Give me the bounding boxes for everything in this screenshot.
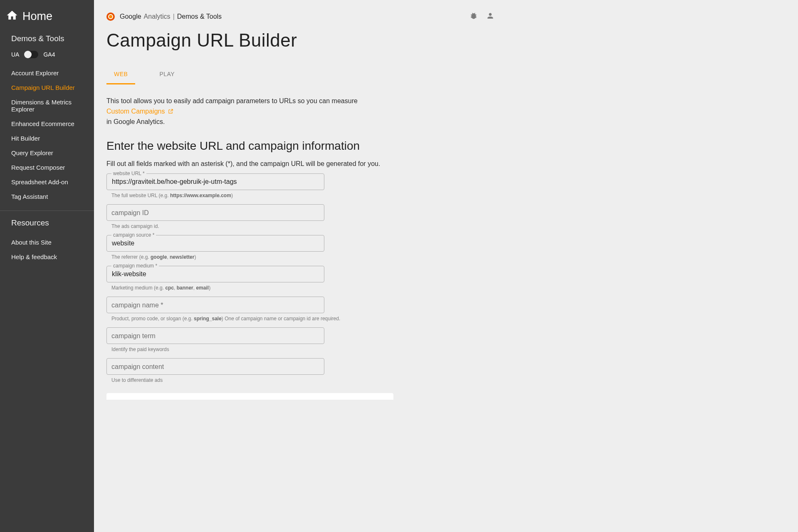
content-container: Campaign URL Builder WEB PLAY This tool … xyxy=(94,30,502,400)
header-icons xyxy=(469,12,786,22)
field-group-campaign-content: campaign content Use to differentiate ad… xyxy=(106,358,489,383)
custom-campaigns-link-label: Custom Campaigns xyxy=(106,106,165,117)
sidebar-item-account-explorer[interactable]: Account Explorer xyxy=(0,66,94,80)
sidebar-item-about-this-site[interactable]: About this Site xyxy=(0,235,94,250)
sidebar-item-campaign-url-builder[interactable]: Campaign URL Builder xyxy=(0,80,94,95)
form-subheading: Enter the website URL and campaign infor… xyxy=(106,139,489,153)
campaign-content-input[interactable] xyxy=(106,358,324,375)
custom-campaigns-link[interactable]: Custom Campaigns xyxy=(106,106,173,117)
campaign-name-hint: Product, promo code, or slogan (e.g. spr… xyxy=(111,316,489,322)
campaign-term-hint: Identify the paid keywords xyxy=(111,346,489,352)
open-in-new-icon xyxy=(168,109,173,114)
sidebar: Home Demos & Tools UA GA4 Account Explor… xyxy=(0,0,94,532)
field-group-campaign-source: campaign source * The referrer (e.g. goo… xyxy=(106,235,489,260)
intro-line-2: in Google Analytics. xyxy=(106,117,489,127)
sidebar-item-hit-builder[interactable]: Hit Builder xyxy=(0,131,94,146)
website-url-label: website URL * xyxy=(111,171,146,176)
sidebar-item-request-composer[interactable]: Request Composer xyxy=(0,160,94,175)
toggle-knob xyxy=(24,51,32,58)
sidebar-item-spreadsheet-addon[interactable]: Spreadsheet Add-on xyxy=(0,175,94,189)
brand-text: Google Analytics | Demos & Tools xyxy=(120,13,222,20)
intro-line-1: This tool allows you to easily add campa… xyxy=(106,96,489,106)
brand-demos: Demos & Tools xyxy=(177,13,222,20)
campaign-medium-label: campaign medium * xyxy=(111,263,159,269)
brand-logo-icon xyxy=(106,12,115,21)
intro-paragraph: This tool allows you to easily add campa… xyxy=(106,96,489,127)
page-title: Campaign URL Builder xyxy=(106,30,489,51)
ua-ga4-toggle-row: UA GA4 xyxy=(0,51,94,66)
sidebar-item-enhanced-ecommerce[interactable]: Enhanced Ecommerce xyxy=(0,116,94,131)
brand-analytics: Analytics xyxy=(144,13,170,20)
home-icon xyxy=(6,9,18,23)
brand-block: Google Analytics | Demos & Tools xyxy=(106,12,469,21)
tab-play[interactable]: PLAY xyxy=(152,68,182,84)
sidebar-item-tag-assistant[interactable]: Tag Assistant xyxy=(0,189,94,204)
sidebar-resources-list: About this Site Help & feedback xyxy=(0,235,94,264)
field-group-campaign-name: campaign name * Product, promo code, or … xyxy=(106,297,489,322)
campaign-content-hint: Use to differentiate ads xyxy=(111,377,489,383)
campaign-term-input[interactable] xyxy=(106,327,324,344)
field-group-campaign-id: campaign ID The ads campaign id. xyxy=(106,204,489,229)
sidebar-divider xyxy=(0,210,94,211)
generated-url-output-box xyxy=(106,393,393,400)
main-content: Google Analytics | Demos & Tools Campaig… xyxy=(94,0,798,532)
toggle-label-ua: UA xyxy=(11,51,19,58)
campaign-id-hint: The ads campaign id. xyxy=(111,223,489,229)
field-group-campaign-term: campaign term Identify the paid keywords xyxy=(106,327,489,352)
sidebar-item-help-feedback[interactable]: Help & feedback xyxy=(0,250,94,264)
sidebar-item-query-explorer[interactable]: Query Explorer xyxy=(0,146,94,160)
sidebar-nav-list: Account Explorer Campaign URL Builder Di… xyxy=(0,66,94,204)
field-group-campaign-medium: campaign medium * Marketing medium (e.g.… xyxy=(106,266,489,291)
brand-google: Google xyxy=(120,13,141,20)
tabs-row: WEB PLAY xyxy=(106,68,489,84)
campaign-source-label: campaign source * xyxy=(111,232,156,238)
sidebar-item-dimensions-metrics-explorer[interactable]: Dimensions & Metrics Explorer xyxy=(0,95,94,116)
brand-sep: | xyxy=(173,13,175,20)
sidebar-section-resources-title: Resources xyxy=(0,218,94,228)
tab-web[interactable]: WEB xyxy=(106,68,135,84)
bug-icon[interactable] xyxy=(469,12,478,22)
campaign-medium-hint: Marketing medium (e.g. cpc, banner, emai… xyxy=(111,285,489,291)
page-header: Google Analytics | Demos & Tools xyxy=(94,0,798,22)
ua-ga4-toggle[interactable] xyxy=(24,51,38,58)
campaign-name-input[interactable] xyxy=(106,297,324,313)
toggle-label-ga4: GA4 xyxy=(43,51,55,58)
person-icon[interactable] xyxy=(486,12,494,22)
campaign-id-input[interactable] xyxy=(106,204,324,221)
sidebar-section-demos-title: Demos & Tools xyxy=(0,34,94,43)
field-group-website-url: website URL * The full website URL (e.g.… xyxy=(106,173,489,198)
campaign-source-hint: The referrer (e.g. google, newsletter) xyxy=(111,254,489,260)
sidebar-home-link[interactable]: Home xyxy=(0,0,94,34)
form-help-text: Fill out all fields marked with an aster… xyxy=(106,160,489,168)
website-url-hint: The full website URL (e.g. https://www.e… xyxy=(111,193,489,198)
home-label: Home xyxy=(22,10,52,23)
